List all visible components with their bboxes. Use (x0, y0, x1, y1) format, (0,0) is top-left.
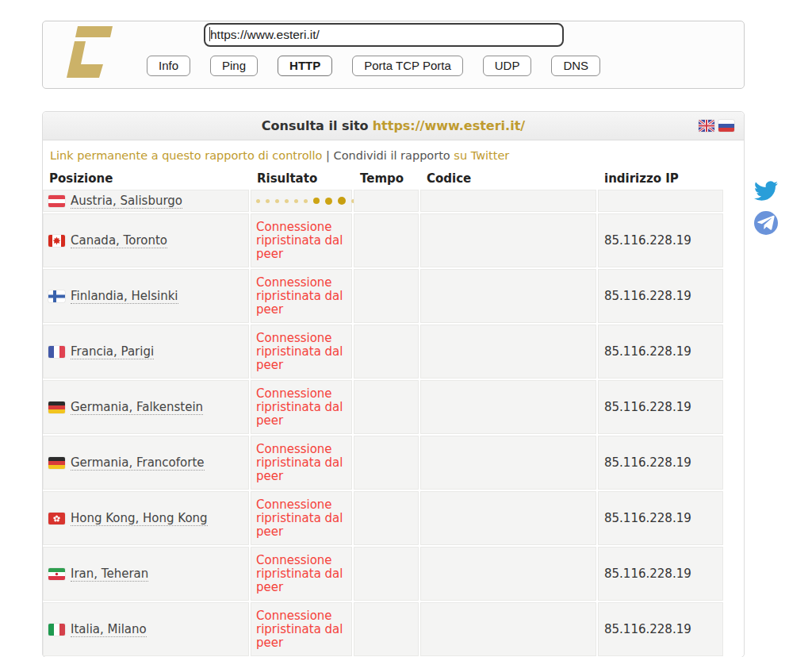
de-flag-icon (48, 402, 65, 413)
ip-cell: 85.116.228.19 (598, 269, 723, 323)
result-text: Connessione ripristinata dal peer (256, 387, 352, 428)
column-header: Tempo (354, 169, 419, 188)
ip-cell: 85.116.228.19 (598, 325, 723, 378)
de-flag-icon (48, 457, 65, 469)
location-link[interactable]: Canada, Toronto (71, 233, 167, 248)
share-rail (754, 181, 778, 235)
position-cell: Germania, Francoforte (43, 436, 249, 490)
report-panel: Consulta il sito https://www.esteri.it/ … (42, 111, 745, 657)
codice-cell (420, 436, 596, 490)
location-link[interactable]: Finlandia, Helsinki (71, 289, 178, 304)
divider: | (326, 149, 334, 162)
table-row: Germania, FalkensteinConnessione riprist… (43, 380, 723, 434)
share-twitter-link[interactable]: su Twitter (454, 149, 509, 162)
result-text: Connessione ripristinata dal peer (256, 276, 352, 317)
english-flag-icon[interactable] (699, 120, 714, 132)
location-link[interactable]: Germania, Francoforte (71, 455, 205, 471)
check-host-logo-icon (63, 25, 113, 82)
tempo-cell (354, 491, 419, 545)
check-button-ping[interactable]: Ping (210, 56, 258, 76)
tempo-cell (354, 602, 419, 656)
ir-flag-icon (48, 568, 65, 580)
text-caret (209, 27, 210, 41)
ip-address: 85.116.228.19 (604, 289, 691, 303)
result-cell: Connessione ripristinata dal peer (251, 325, 352, 378)
check-button-porta-tcp-porta[interactable]: Porta TCP Porta (352, 56, 463, 76)
location-link[interactable]: Germania, Falkenstein (71, 400, 203, 415)
codice-cell (420, 325, 596, 378)
hk-flag-icon (48, 513, 65, 524)
table-row: Canada, TorontoConnessione ripristinata … (43, 213, 723, 267)
codice-cell (420, 190, 596, 212)
at-flag-icon (48, 195, 65, 207)
location-link[interactable]: Hong Kong, Hong Kong (71, 511, 208, 526)
ip-cell: 85.116.228.19 (598, 436, 723, 490)
report-header: Consulta il sito https://www.esteri.it/ (43, 112, 744, 140)
column-header: Risultato (251, 169, 352, 188)
share-label: Condividi il rapporto (334, 149, 450, 162)
tempo-cell (354, 269, 419, 323)
results-table: Austria, SalisburgoCanada, TorontoConnes… (43, 190, 723, 656)
column-header: indirizzo IP (598, 169, 723, 188)
location-link[interactable]: Italia, Milano (71, 622, 147, 637)
location-link[interactable]: Iran, Teheran (71, 567, 148, 582)
result-text: Connessione ripristinata dal peer (256, 609, 352, 650)
column-header: Codice (420, 169, 596, 188)
result-cell: Connessione ripristinata dal peer (251, 547, 352, 601)
table-row: Iran, TeheranConnessione ripristinata da… (43, 547, 723, 601)
tempo-cell (354, 190, 419, 212)
check-button-dns[interactable]: DNS (551, 56, 600, 76)
telegram-share-icon[interactable] (754, 211, 778, 235)
ip-address: 85.116.228.19 (604, 511, 691, 525)
tempo-cell (354, 547, 419, 601)
codice-cell (420, 547, 596, 601)
ip-address: 85.116.228.19 (604, 455, 691, 470)
ip-cell: 85.116.228.19 (598, 602, 723, 656)
result-text: Connessione ripristinata dal peer (256, 498, 352, 539)
result-cell: Connessione ripristinata dal peer (251, 602, 352, 656)
position-cell: Italia, Milano (43, 602, 249, 656)
location-link[interactable]: Austria, Salisburgo (71, 194, 182, 209)
codice-cell (420, 602, 596, 656)
codice-cell (420, 213, 596, 267)
position-cell: Francia, Parigi (43, 325, 249, 378)
url-input[interactable] (204, 23, 564, 47)
codice-cell (420, 491, 596, 545)
location-link[interactable]: Francia, Parigi (71, 344, 154, 359)
check-type-buttons: InfoPingHTTPPorta TCP PortaUDPDNS (147, 56, 600, 76)
russian-flag-icon[interactable] (718, 120, 734, 132)
ip-cell: 85.116.228.19 (598, 213, 723, 267)
ip-cell (598, 190, 723, 212)
position-cell: Iran, Teheran (43, 547, 249, 601)
table-row: Germania, FrancoforteConnessione riprist… (43, 436, 723, 490)
report-title-url-link[interactable]: https://www.esteri.it/ (373, 118, 525, 133)
checker-panel: InfoPingHTTPPorta TCP PortaUDPDNS (42, 21, 745, 89)
ip-cell: 85.116.228.19 (598, 380, 723, 434)
table-header-row: PosizioneRisultatoTempoCodiceindirizzo I… (43, 169, 723, 188)
ip-address: 85.116.228.19 (604, 233, 691, 248)
position-cell: Finlandia, Helsinki (43, 269, 249, 323)
result-cell: Connessione ripristinata dal peer (251, 491, 352, 545)
check-button-http[interactable]: HTTP (278, 56, 332, 76)
result-cell: Connessione ripristinata dal peer (251, 436, 352, 490)
fi-flag-icon (48, 290, 65, 302)
tempo-cell (354, 325, 419, 378)
result-text: Connessione ripristinata dal peer (256, 554, 352, 594)
table-row: Hong Kong, Hong KongConnessione ripristi… (43, 491, 723, 545)
check-button-info[interactable]: Info (147, 56, 190, 76)
table-row: Finlandia, HelsinkiConnessione ripristin… (43, 269, 723, 323)
check-button-udp[interactable]: UDP (483, 56, 532, 76)
table-row: Austria, Salisburgo (43, 190, 723, 212)
report-title: Consulta il sito (262, 118, 369, 133)
result-text: Connessione ripristinata dal peer (256, 443, 352, 483)
twitter-share-icon[interactable] (754, 181, 778, 201)
result-cell: Connessione ripristinata dal peer (251, 213, 352, 267)
ip-address: 85.116.228.19 (604, 567, 691, 581)
it-flag-icon (48, 624, 65, 636)
position-cell: Canada, Toronto (43, 213, 249, 267)
codice-cell (420, 380, 596, 434)
result-cell: Connessione ripristinata dal peer (251, 380, 352, 434)
permalink-link[interactable]: Link permanente a questo rapporto di con… (50, 149, 322, 162)
result-text: Connessione ripristinata dal peer (256, 221, 352, 261)
result-cell (251, 190, 352, 212)
